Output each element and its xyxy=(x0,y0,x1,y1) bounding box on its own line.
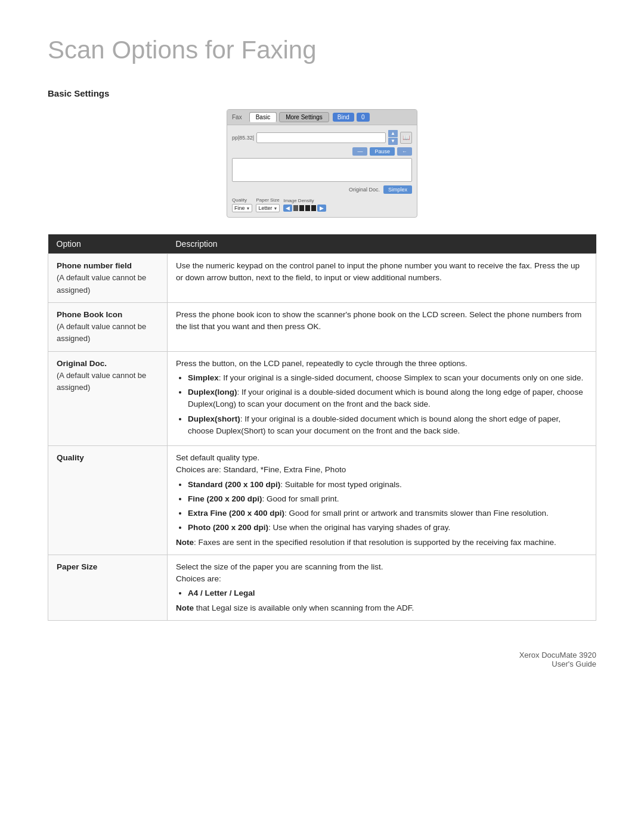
list-item: Duplex(short): If your original is a dou… xyxy=(188,413,587,438)
option-cell: Phone number field(A default value canno… xyxy=(48,254,168,303)
phone-book-icon[interactable]: 📖 xyxy=(400,132,412,144)
list-item: Standard (200 x 100 dpi): Suitable for m… xyxy=(188,479,587,491)
tab-more-settings-button[interactable]: More Settings xyxy=(279,112,329,122)
option-name-label: Phone number field xyxy=(57,260,159,272)
table-row: Paper SizeSelect the size of the paper y… xyxy=(48,555,596,620)
option-sub-label: (A default value cannot be assigned) xyxy=(57,322,146,343)
option-cell: Paper Size xyxy=(48,555,168,620)
simplex-button[interactable]: Simplex xyxy=(383,185,412,194)
bullet-bold: Duplex(long) xyxy=(188,388,237,397)
density-seg-1 xyxy=(293,205,298,211)
original-doc-row: Original Doc. Simplex xyxy=(232,185,412,194)
option-sub-label: (A default value cannot be assigned) xyxy=(57,273,146,294)
bullet-bold: Fine (200 x 200 dpi) xyxy=(188,494,262,503)
fax-ui-body: pp|85.32| ▲ ▼ 📖 — Pause ← Original Doc. … xyxy=(227,125,417,217)
page-footer: Xerox DocuMate 3920 User's Guide xyxy=(48,651,596,668)
option-name-label: Paper Size xyxy=(57,561,159,573)
description-note: Note that Legal size is available only w… xyxy=(176,602,587,614)
bullet-bold: Extra Fine (200 x 400 dpi) xyxy=(188,509,284,518)
table-row: QualitySet default quality type.Choices … xyxy=(48,446,596,555)
guide-label: User's Guide xyxy=(552,659,596,668)
fax-title-label: Fax xyxy=(232,114,242,120)
arrow-up-button[interactable]: ▲ xyxy=(388,130,398,137)
option-cell: Original Doc.(A default value cannot be … xyxy=(48,351,168,446)
bullet-bold: Duplex(short) xyxy=(188,414,240,423)
tab-basic-button[interactable]: Basic xyxy=(249,112,277,122)
quality-group: Quality Fine ▼ xyxy=(232,197,252,212)
quality-select[interactable]: Fine ▼ xyxy=(232,204,252,212)
description-text: Use the numeric keypad on the control pa… xyxy=(176,260,587,284)
list-item: Fine (200 x 200 dpi): Good for small pri… xyxy=(188,493,587,505)
list-item: Duplex(long): If your original is a doub… xyxy=(188,386,587,411)
table-row: Phone Book Icon(A default value cannot b… xyxy=(48,302,596,351)
arrow-down-button[interactable]: ▼ xyxy=(388,138,398,145)
col-option-header: Option xyxy=(48,234,168,254)
option-sub-label: (A default value cannot be assigned) xyxy=(57,371,146,392)
col-description-header: Description xyxy=(168,234,596,254)
list-item: Extra Fine (200 x 400 dpi): Good for sma… xyxy=(188,507,587,519)
page-title: Scan Options for Faxing xyxy=(48,36,596,64)
bind-button[interactable]: Bind xyxy=(333,113,354,122)
paper-size-select[interactable]: Letter ▼ xyxy=(256,204,280,212)
option-name-label: Phone Book Icon xyxy=(57,309,159,321)
fax-bottom-row: Quality Fine ▼ Paper Size Letter ▼ Image… xyxy=(232,197,412,212)
description-sub: Choices are: Standard, *Fine, Extra Fine… xyxy=(176,464,587,476)
counter-button[interactable]: 0 xyxy=(357,113,370,122)
bullet-bold: Photo (200 x 200 dpi) xyxy=(188,523,268,532)
original-doc-label: Original Doc. xyxy=(349,187,380,193)
basic-settings-heading: Basic Settings xyxy=(48,88,596,98)
description-cell: Press the phone book icon to show the sc… xyxy=(168,302,596,351)
image-density-group: Image Density ◀ ▶ xyxy=(283,198,326,212)
option-name-label: Quality xyxy=(57,452,159,464)
list-item: A4 / Letter / Legal xyxy=(188,587,587,599)
option-name-label: Original Doc. xyxy=(57,358,159,370)
table-row: Original Doc.(A default value cannot be … xyxy=(48,351,596,446)
fax-ui-header: Fax Basic More Settings Bind 0 xyxy=(227,110,417,125)
density-right-button[interactable]: ▶ xyxy=(317,205,326,212)
description-sub: Choices are: xyxy=(176,573,587,585)
list-item: Simplex: If your original is a single-si… xyxy=(188,372,587,384)
description-cell: Press the button, on the LCD panel, repe… xyxy=(168,351,596,446)
paper-size-value: Letter xyxy=(258,205,272,211)
bullet-bold: Simplex xyxy=(188,373,219,382)
image-density-label: Image Density xyxy=(283,198,326,203)
description-cell: Select the size of the paper you are sca… xyxy=(168,555,596,620)
density-seg-2 xyxy=(299,205,304,211)
density-seg-4 xyxy=(311,205,316,211)
fax-controls-row: — Pause ← xyxy=(232,147,412,156)
option-cell: Quality xyxy=(48,446,168,555)
paper-size-label: Paper Size xyxy=(256,197,280,203)
density-seg-3 xyxy=(305,205,310,211)
description-note: Note: Faxes are sent in the specified re… xyxy=(176,537,587,549)
description-intro: Press the button, on the LCD panel, repe… xyxy=(176,358,587,370)
description-text: Press the phone book icon to show the sc… xyxy=(176,309,587,333)
option-cell: Phone Book Icon(A default value cannot b… xyxy=(48,302,168,351)
list-item: Photo (200 x 200 dpi): Use when the orig… xyxy=(188,522,587,534)
table-header-row: Option Description xyxy=(48,234,596,254)
dash-button[interactable]: — xyxy=(352,147,367,156)
description-intro: Select the size of the paper you are sca… xyxy=(176,561,587,573)
pause-button[interactable]: Pause xyxy=(370,147,395,156)
bullet-bold: A4 / Letter / Legal xyxy=(188,589,255,597)
density-bar: ◀ ▶ xyxy=(283,205,326,212)
fax-list-area xyxy=(232,158,412,182)
fax-address-row: pp|85.32| ▲ ▼ 📖 xyxy=(232,130,412,145)
density-left-button[interactable]: ◀ xyxy=(283,205,292,212)
table-row: Phone number field(A default value canno… xyxy=(48,254,596,303)
bullets-list: Simplex: If your original is a single-si… xyxy=(176,372,587,437)
settings-table: Option Description Phone number field(A … xyxy=(48,234,596,621)
quality-arrow-icon: ▼ xyxy=(246,206,250,210)
paper-size-arrow-icon: ▼ xyxy=(273,206,277,210)
bullets-list: A4 / Letter / Legal xyxy=(176,587,587,599)
fax-arrows: ▲ ▼ xyxy=(388,130,398,145)
bullet-bold: Standard (200 x 100 dpi) xyxy=(188,480,280,489)
bullets-list: Standard (200 x 100 dpi): Suitable for m… xyxy=(176,479,587,534)
fax-ui-panel: Fax Basic More Settings Bind 0 pp|85.32|… xyxy=(227,109,417,218)
back-button[interactable]: ← xyxy=(397,147,412,156)
description-cell: Use the numeric keypad on the control pa… xyxy=(168,254,596,303)
quality-value: Fine xyxy=(234,205,245,211)
description-cell: Set default quality type.Choices are: St… xyxy=(168,446,596,555)
fax-number-input[interactable] xyxy=(256,132,386,143)
fax-address-label: pp|85.32| xyxy=(232,135,254,141)
quality-label: Quality xyxy=(232,197,252,203)
